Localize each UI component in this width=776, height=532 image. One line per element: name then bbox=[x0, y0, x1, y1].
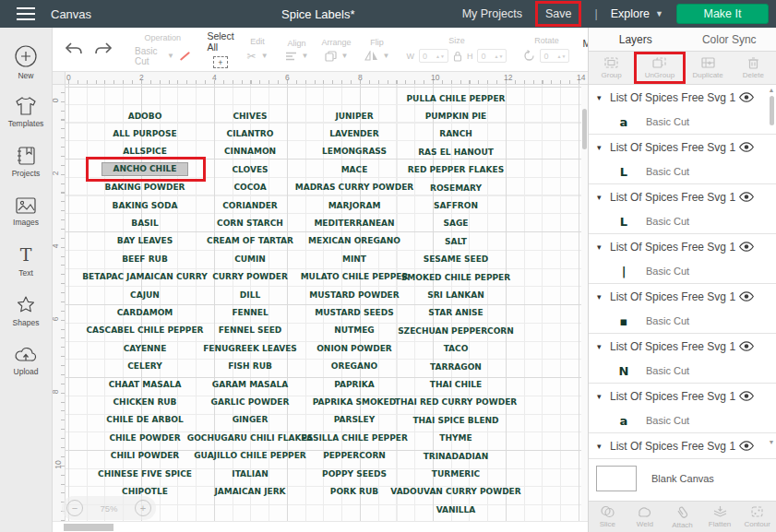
scroll-up-icon[interactable]: ▲ bbox=[768, 87, 775, 93]
delete-button[interactable]: Delete bbox=[731, 52, 776, 84]
spice-label[interactable]: SZECHUAN PEPPERCORN bbox=[352, 322, 559, 339]
scroll-down-icon[interactable]: ▼ bbox=[768, 439, 775, 445]
sidebar-item-new[interactable]: New bbox=[0, 37, 52, 87]
menu-button[interactable] bbox=[0, 7, 51, 20]
visibility-eye-icon[interactable] bbox=[739, 192, 754, 202]
layer-group-header[interactable]: ▾List Of Spices Free Svg 1 bbox=[589, 334, 776, 359]
layer-item[interactable]: aBasic Cut bbox=[589, 408, 776, 432]
layer-group-header[interactable]: ▾List Of Spices Free Svg 1 bbox=[589, 384, 776, 408]
spice-label[interactable]: TACO bbox=[352, 339, 559, 357]
layer-group-header[interactable]: ▾List Of Spices Free Svg 1 bbox=[589, 135, 776, 160]
spice-label[interactable]: TURMERIC bbox=[352, 465, 559, 482]
spice-label[interactable]: PUMPKIN PIE bbox=[352, 107, 559, 124]
spice-label[interactable]: TRINADADIAN bbox=[352, 447, 559, 465]
spice-label[interactable]: TARRAGON bbox=[352, 358, 559, 375]
scrollbar-thumb[interactable] bbox=[582, 109, 587, 149]
tab-color-sync[interactable]: Color Sync bbox=[683, 28, 776, 51]
visibility-eye-icon[interactable] bbox=[739, 92, 754, 102]
zoom-in-button[interactable]: + bbox=[135, 500, 151, 516]
stepper-icon[interactable]: ▲▼ bbox=[557, 54, 567, 58]
my-projects-link[interactable]: My Projects bbox=[462, 7, 522, 20]
spice-label[interactable]: THAI CHILE bbox=[352, 375, 559, 393]
weld-button[interactable]: Weld bbox=[627, 502, 664, 532]
edit-dropdown[interactable]: ✂ ▼ bbox=[247, 50, 269, 63]
layer-group-header[interactable]: ▾List Of Spices Free Svg 1 bbox=[589, 184, 776, 209]
vertical-scrollbar[interactable] bbox=[581, 85, 588, 521]
layer-group-header[interactable]: ▾List Of Spices Free Svg 1 bbox=[589, 85, 776, 110]
contour-button[interactable]: Contour bbox=[738, 502, 776, 532]
spice-label[interactable]: RAS EL HANOUT bbox=[352, 143, 559, 160]
spice-label[interactable]: RED PEPPER FLAKES bbox=[352, 161, 559, 179]
spice-label[interactable]: ROSEMARY bbox=[352, 179, 559, 196]
height-input[interactable]: 0▲▼ bbox=[477, 49, 507, 63]
scrollbar-thumb[interactable] bbox=[64, 524, 113, 531]
align-dropdown[interactable]: ▼ bbox=[285, 52, 309, 61]
collapse-caret-icon[interactable]: ▾ bbox=[597, 342, 608, 351]
lock-icon[interactable] bbox=[453, 51, 462, 62]
spice-label[interactable]: VANILLA bbox=[352, 501, 559, 518]
sidebar-item-images[interactable]: Images bbox=[0, 186, 52, 236]
canvas-color-swatch[interactable] bbox=[596, 466, 637, 491]
spice-label[interactable]: SMOKED CHILE PEPPER bbox=[352, 268, 559, 286]
visibility-eye-icon[interactable] bbox=[739, 441, 754, 451]
visibility-eye-icon[interactable] bbox=[739, 242, 754, 252]
visibility-eye-icon[interactable] bbox=[739, 142, 754, 152]
collapse-caret-icon[interactable]: ▾ bbox=[597, 292, 608, 301]
zoom-out-button[interactable]: − bbox=[66, 500, 83, 516]
design-canvas[interactable]: 02468101214 024681012 ADOBOALL PURPOSEAL… bbox=[53, 72, 588, 532]
layer-group-header[interactable]: ▾List Of Spices Free Svg 1 bbox=[589, 433, 776, 458]
layer-item[interactable]: |Basic Cut bbox=[589, 259, 776, 283]
sidebar-item-shapes[interactable]: Shapes bbox=[0, 286, 52, 336]
group-button[interactable]: Group bbox=[589, 52, 634, 84]
spice-label[interactable]: VADOUVAN CURRY POWDER bbox=[352, 483, 559, 501]
cut-color-swatch[interactable] bbox=[180, 52, 190, 61]
spice-label[interactable]: STAR ANISE bbox=[352, 304, 559, 322]
sidebar-item-projects[interactable]: Projects bbox=[0, 136, 52, 186]
slice-button[interactable]: Slice bbox=[589, 502, 627, 532]
select-all-button[interactable]: Select All bbox=[207, 30, 233, 53]
layer-item[interactable]: NBasic Cut bbox=[589, 359, 776, 383]
spice-label[interactable]: THYME bbox=[352, 429, 559, 446]
visibility-eye-icon[interactable] bbox=[739, 391, 754, 401]
collapse-caret-icon[interactable]: ▾ bbox=[597, 392, 608, 401]
spice-label[interactable]: SESAME SEED bbox=[352, 251, 559, 268]
collapse-caret-icon[interactable]: ▾ bbox=[597, 143, 608, 152]
visibility-eye-icon[interactable] bbox=[739, 341, 754, 351]
layer-item[interactable]: aBasic Cut bbox=[589, 110, 776, 134]
undo-icon[interactable] bbox=[64, 42, 84, 56]
layer-item[interactable]: LBasic Cut bbox=[589, 209, 776, 233]
collapse-caret-icon[interactable]: ▾ bbox=[597, 242, 608, 252]
spice-label[interactable]: SALT bbox=[352, 232, 559, 250]
stepper-icon[interactable]: ▲▼ bbox=[495, 54, 504, 58]
spice-label[interactable]: THAI SPICE BLEND bbox=[352, 411, 559, 429]
spice-label[interactable]: SAFFRON bbox=[352, 196, 559, 214]
make-it-button[interactable]: Make It bbox=[676, 4, 769, 24]
spice-label[interactable]: THAI RED CURRY POWDER bbox=[352, 394, 559, 411]
layer-item[interactable]: LBasic Cut bbox=[589, 160, 776, 183]
sidebar-item-upload[interactable]: Upload bbox=[0, 336, 52, 385]
select-all-icon[interactable]: + bbox=[213, 56, 228, 68]
operation-dropdown[interactable]: Basic Cut bbox=[135, 46, 162, 66]
spice-label[interactable]: RANCH bbox=[352, 125, 559, 143]
stepper-icon[interactable]: ▲▼ bbox=[436, 54, 445, 58]
collapse-caret-icon[interactable]: ▾ bbox=[597, 93, 608, 102]
spice-label[interactable]: SRI LANKAN bbox=[352, 286, 559, 303]
explore-menu[interactable]: Explore ▼ bbox=[611, 7, 663, 20]
layers-scrollbar[interactable]: ▲ ▼ bbox=[768, 87, 775, 499]
layer-group-header[interactable]: ▾List Of Spices Free Svg 1 bbox=[589, 234, 776, 259]
redo-icon[interactable] bbox=[93, 42, 113, 56]
save-button[interactable]: Save bbox=[535, 1, 582, 27]
sidebar-item-templates[interactable]: Templates bbox=[0, 87, 52, 136]
scrollbar-thumb[interactable] bbox=[770, 96, 774, 125]
flatten-button[interactable]: Flatten bbox=[701, 502, 739, 532]
flip-dropdown[interactable]: ▼ bbox=[364, 51, 390, 61]
arrange-dropdown[interactable]: ▼ bbox=[325, 51, 349, 62]
horizontal-scrollbar[interactable] bbox=[53, 521, 588, 532]
layer-item[interactable]: ▪Basic Cut bbox=[589, 309, 776, 333]
rotate-input[interactable]: 0▲▼ bbox=[540, 49, 569, 63]
spice-label[interactable]: SAGE bbox=[352, 215, 559, 232]
spice-label[interactable]: PULLA CHILE PEPPER bbox=[352, 89, 559, 107]
layer-group-header[interactable]: ▾List Of Spices Free Svg 1 bbox=[589, 284, 776, 309]
blank-canvas-row[interactable]: Blank Canvas bbox=[589, 459, 776, 498]
width-input[interactable]: 0▲▼ bbox=[419, 49, 448, 63]
